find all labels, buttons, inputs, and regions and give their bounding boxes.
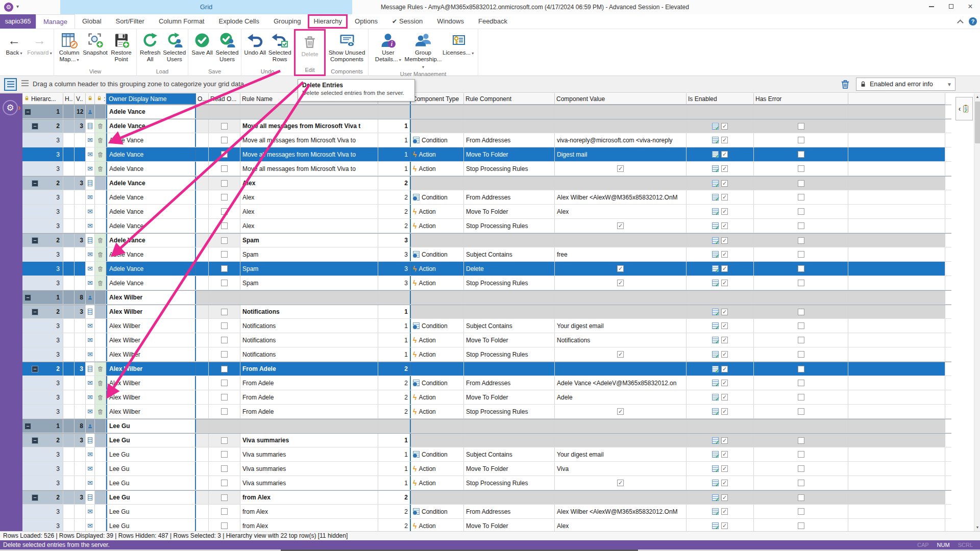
settings-gear-icon[interactable]: ⚙ bbox=[3, 100, 18, 115]
has-error-checkbox[interactable] bbox=[798, 208, 804, 215]
grid-row[interactable]: 3✉Lee GuViva summaries1ϟActionStop Proce… bbox=[22, 476, 951, 490]
grid-row[interactable]: 3✉Adele VanceSpam3ϟActionStop Processing… bbox=[22, 276, 951, 290]
is-enabled-checkbox[interactable] bbox=[721, 237, 728, 244]
delete-button[interactable]: Delete bbox=[296, 33, 324, 58]
read-only-checkbox[interactable] bbox=[221, 351, 228, 358]
component-value-checkbox[interactable] bbox=[617, 408, 624, 415]
grid-row[interactable]: −23Lee GuViva summaries1 bbox=[22, 433, 951, 447]
tab-sapio365[interactable]: sapio365 bbox=[0, 14, 36, 29]
read-only-checkbox[interactable] bbox=[221, 522, 228, 529]
column-header-read-o[interactable]: Read O... bbox=[209, 93, 240, 105]
has-error-checkbox[interactable] bbox=[798, 451, 804, 458]
grid-row[interactable]: 3✉Alex WilberNotifications1ϟActionMove T… bbox=[22, 333, 951, 347]
tab-options[interactable]: Options bbox=[348, 14, 385, 29]
minimize-icon[interactable] bbox=[922, 0, 941, 14]
read-only-checkbox[interactable] bbox=[221, 408, 228, 415]
has-error-checkbox[interactable] bbox=[798, 280, 804, 286]
grid-row[interactable]: 3✉Alex WilberNotifications1ϟActionStop P… bbox=[22, 347, 951, 362]
grid-row[interactable]: −23Adele VanceSpam3 bbox=[22, 233, 951, 247]
tab-explode-cells[interactable]: Explode Cells bbox=[211, 14, 266, 29]
expand-toggle[interactable]: − bbox=[32, 309, 38, 315]
read-only-checkbox[interactable] bbox=[221, 222, 228, 229]
scroll-up-icon[interactable]: ▲ bbox=[974, 93, 980, 101]
collapse-ribbon-icon[interactable] bbox=[957, 19, 964, 26]
has-error-checkbox[interactable] bbox=[798, 265, 804, 272]
is-enabled-checkbox[interactable] bbox=[721, 522, 728, 529]
has-error-checkbox[interactable] bbox=[798, 123, 804, 130]
is-enabled-checkbox[interactable] bbox=[721, 408, 728, 415]
is-enabled-checkbox[interactable] bbox=[721, 265, 728, 272]
hierarchy-cell[interactable]: −2 bbox=[22, 119, 63, 133]
has-error-checkbox[interactable] bbox=[798, 394, 804, 400]
is-enabled-checkbox[interactable] bbox=[721, 465, 728, 472]
grid-row[interactable]: −112Adele Vance bbox=[22, 105, 951, 119]
grid-row[interactable]: −18Lee Gu bbox=[22, 419, 951, 433]
expand-toggle[interactable]: − bbox=[24, 109, 31, 115]
column-header-rule-component[interactable]: Rule Component bbox=[464, 93, 555, 105]
grid-row[interactable]: 3✉Lee Gufrom Alex2ConditionFrom Addresse… bbox=[22, 505, 951, 519]
side-panel-tab[interactable]: ‹ bbox=[955, 97, 973, 120]
save-all-button[interactable]: Save All bbox=[190, 31, 214, 56]
grid-row[interactable]: −18Alex Wilber bbox=[22, 290, 951, 305]
grid-row[interactable]: −23Alex WilberNotifications1 bbox=[22, 305, 951, 319]
grid-row[interactable]: 3✉Alex WilberFrom Adele2ϟActionMove To F… bbox=[22, 390, 951, 405]
hierarchy-cell[interactable]: −2 bbox=[22, 177, 63, 190]
read-only-checkbox[interactable] bbox=[221, 437, 228, 444]
tab-sort-filter[interactable]: Sort/Filter bbox=[109, 14, 152, 29]
has-error-checkbox[interactable] bbox=[798, 165, 804, 172]
tab-global[interactable]: Global bbox=[75, 14, 109, 29]
hierarchy-cell[interactable]: −1 bbox=[22, 419, 63, 433]
expand-toggle[interactable]: − bbox=[24, 294, 31, 301]
has-error-checkbox[interactable] bbox=[798, 380, 804, 386]
has-error-checkbox[interactable] bbox=[798, 137, 804, 143]
read-only-checkbox[interactable] bbox=[221, 280, 228, 286]
licenses-button[interactable]: Licenses... ▾ bbox=[441, 31, 476, 57]
is-enabled-checkbox[interactable] bbox=[721, 208, 728, 215]
has-error-checkbox[interactable] bbox=[798, 151, 804, 158]
flat-view-icon[interactable] bbox=[19, 78, 32, 91]
restore-point-button[interactable]: Restore Point bbox=[109, 31, 134, 63]
grid-row-selected[interactable]: 3✉Adele VanceMove all messages from Micr… bbox=[22, 147, 951, 162]
grid-row[interactable]: 3✉Adele VanceMove all messages from Micr… bbox=[22, 162, 951, 176]
is-enabled-checkbox[interactable] bbox=[721, 480, 728, 486]
has-error-checkbox[interactable] bbox=[798, 180, 804, 187]
expand-toggle[interactable]: − bbox=[24, 423, 31, 430]
read-only-checkbox[interactable] bbox=[221, 180, 228, 187]
grid-row[interactable]: 3✉Alex WilberNotifications1ConditionSubj… bbox=[22, 319, 951, 333]
is-enabled-checkbox[interactable] bbox=[721, 380, 728, 386]
column-header-blank-3[interactable] bbox=[86, 93, 95, 105]
has-error-checkbox[interactable] bbox=[798, 337, 804, 343]
column-header-blank-15[interactable] bbox=[848, 93, 945, 105]
expand-toggle[interactable]: − bbox=[32, 180, 38, 187]
clear-filter-trash-icon[interactable] bbox=[840, 79, 851, 92]
grid-row[interactable]: −23Adele VanceAlex2 bbox=[22, 176, 951, 190]
rail-expand-icon[interactable]: › bbox=[18, 103, 20, 112]
grid-row[interactable]: −23Lee Gufrom Alex2 bbox=[22, 490, 951, 505]
grid-row[interactable]: −23Adele VanceMove all messages from Mic… bbox=[22, 119, 951, 133]
snapshot-button[interactable]: Snapshot bbox=[83, 31, 108, 56]
grid-row[interactable]: 3✉Alex WilberFrom Adele2ConditionFrom Ad… bbox=[22, 376, 951, 390]
read-only-checkbox[interactable] bbox=[221, 465, 228, 472]
component-value-checkbox[interactable] bbox=[617, 222, 624, 229]
grid-row[interactable]: 3✉Lee GuViva summaries1ϟActionMove To Fo… bbox=[22, 462, 951, 476]
column-header-owner-display-name[interactable]: Owner Display Name bbox=[106, 93, 196, 105]
is-enabled-checkbox[interactable] bbox=[721, 151, 728, 158]
has-error-checkbox[interactable] bbox=[798, 194, 804, 201]
is-enabled-checkbox[interactable] bbox=[721, 251, 728, 258]
tab-hierarchy[interactable]: Hierarchy bbox=[308, 14, 348, 29]
grid-row-selected[interactable]: 3✉Adele VanceSpam3ϟActionDelete bbox=[22, 262, 951, 276]
component-value-checkbox[interactable] bbox=[617, 265, 624, 272]
read-only-checkbox[interactable] bbox=[221, 494, 228, 501]
is-enabled-checkbox[interactable] bbox=[721, 322, 728, 329]
has-error-checkbox[interactable] bbox=[798, 351, 804, 358]
grid-row[interactable]: 3✉Adele VanceSpam3ConditionSubject Conta… bbox=[22, 247, 951, 262]
hierarchy-cell[interactable]: −2 bbox=[22, 305, 63, 318]
tab-windows[interactable]: Windows bbox=[430, 14, 471, 29]
hierarchy-cell[interactable]: −2 bbox=[22, 234, 63, 247]
read-only-checkbox[interactable] bbox=[221, 508, 228, 515]
grid-row[interactable]: 3✉Adele VanceAlex2ConditionFrom Addresse… bbox=[22, 190, 951, 205]
help-icon[interactable]: ? bbox=[969, 17, 977, 26]
grid-row[interactable]: 3✉Lee GuViva summaries1ConditionSubject … bbox=[22, 447, 951, 462]
read-only-checkbox[interactable] bbox=[221, 337, 228, 343]
grid-row-selected[interactable]: −23Alex WilberFrom Adele2 bbox=[22, 362, 951, 376]
